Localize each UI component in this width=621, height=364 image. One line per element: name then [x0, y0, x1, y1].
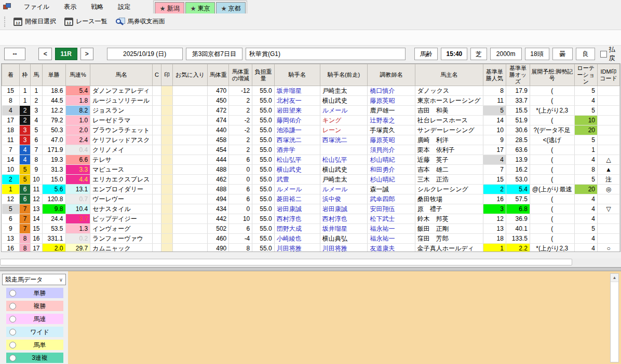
entries-cell: 36.9: [506, 214, 530, 224]
entries-column-header[interactable]: ローテーション: [574, 64, 597, 86]
entries-row[interactable]: 81244.51.8ルージュソリテール450255.0北村友一横山武史藤原英昭東…: [2, 96, 620, 106]
data-category-select[interactable]: 競走馬データ ∨: [2, 274, 66, 285]
entries-cell: 3: [31, 106, 42, 116]
entries-cell: [153, 155, 161, 165]
entries-cell: 19.3: [42, 155, 65, 165]
entries-row[interactable]: 168172.029.7カムニャック490855.0川田将雅川田将雅友道康夫金子…: [2, 244, 620, 253]
race-date-box[interactable]: 2025/10/19 (日): [107, 48, 183, 60]
prev-race-button[interactable]: <: [38, 48, 51, 60]
bet-type-option[interactable]: 3連複: [6, 353, 63, 363]
entries-column-header[interactable]: 展開予想:脚勢記号: [530, 64, 574, 86]
entries-column-header[interactable]: 馬体重: [208, 64, 229, 86]
entries-column-header[interactable]: 基準単勝オッズ: [506, 64, 530, 86]
entries-row[interactable]: 971553.51.3インヴォーグ502655.0団野大成坂井瑠星福永祐一飯田 …: [2, 224, 620, 234]
entries-cell: 松下武士: [368, 214, 415, 224]
entries-column-header[interactable]: 調教師名: [368, 64, 415, 86]
bet-type-option[interactable]: 馬単: [6, 340, 63, 350]
bet-type-option[interactable]: 単勝: [6, 288, 63, 298]
bet-type-option[interactable]: 馬連: [6, 314, 63, 324]
entries-column-header[interactable]: IDM印コード: [598, 64, 620, 86]
panel-splitter[interactable]: [0, 267, 621, 271]
track-button-kyoto[interactable]: ★京都: [216, 2, 246, 15]
entries-cell: 1.0: [65, 116, 90, 125]
entries-row[interactable]: 16115.613.1エンブロイダリー488655.0ルメールルメール森一誠シル…: [2, 185, 620, 194]
menu-file[interactable]: ファイル: [17, 1, 57, 13]
entries-column-header[interactable]: 馬: [31, 64, 42, 86]
entries-cell: -12: [229, 86, 252, 96]
entries-cell: 鈴木 邦英: [415, 214, 483, 224]
entries-cell: ルージュソリテール: [90, 96, 153, 106]
track-button-niigata[interactable]: ★新潟: [155, 2, 184, 15]
entries-cell: サンデーレーシング: [415, 125, 483, 135]
race-list-button[interactable]: 12 レース一覧: [62, 16, 112, 27]
entries-column-header[interactable]: 馬体重の増減: [229, 64, 252, 86]
entries-row[interactable]: 42312.28.2ジョスラン472255.0岩田望来ルメール鹿戸雄一吉田 和美…: [2, 106, 620, 116]
entries-column-header[interactable]: 単勝: [42, 64, 65, 86]
entries-cell: 三木 正浩: [415, 175, 483, 185]
entries-column-header[interactable]: 負担重量: [252, 64, 274, 86]
menu-settings[interactable]: 設定: [111, 1, 138, 13]
entries-column-header[interactable]: 枠: [20, 64, 31, 86]
entries-cell: カムニャック: [90, 244, 153, 253]
menu-view[interactable]: 表示: [57, 1, 84, 13]
entries-cell: 横山武史: [274, 165, 320, 175]
entries-cell: [598, 86, 620, 96]
entries-row[interactable]: 172479.21.0レーゼドラマ474-255.0藤岡佑介キング辻野泰之社台レ…: [2, 116, 620, 125]
entries-cell: 13.9: [506, 155, 530, 165]
entries-row[interactable]: 183550.32.0ブラウンラチェット440-255.0池添謙一レーン手塚貴久…: [2, 125, 620, 135]
entries-row[interactable]: 251015.04.4エリカエクスプレス462055.0武豊戸崎圭太杉山晴紀三木…: [2, 175, 620, 185]
track-button-tokyo[interactable]: ★東京: [185, 2, 215, 15]
entries-column-header[interactable]: C: [153, 64, 161, 86]
bet-type-option[interactable]: ワイド: [6, 327, 63, 337]
entries-row[interactable]: 113647.02.4ケリフレッドアスク458255.0西塚洸二西塚洸二藤原英昭…: [2, 135, 620, 145]
radio-icon[interactable]: [9, 316, 16, 323]
entries-cell: 友道康夫: [368, 244, 415, 253]
horizontal-scrollbar[interactable]: [0, 258, 621, 266]
payout-checkbox[interactable]: [600, 51, 607, 58]
entries-cell: 戸崎圭太: [320, 86, 368, 96]
radio-icon[interactable]: [9, 290, 16, 297]
scroll-up-icon[interactable]: ▲: [611, 274, 618, 282]
radio-icon[interactable]: [9, 303, 16, 310]
entries-column-header[interactable]: 馬主名: [415, 64, 483, 86]
entries-cell: 武豊: [274, 175, 320, 185]
entries-cell: 0.7: [65, 194, 90, 204]
entries-column-header[interactable]: 馬連%: [65, 64, 90, 86]
entries-cell: 川田将雅: [274, 244, 320, 253]
open-day-select-button[interactable]: 12 開催日選択: [11, 16, 60, 27]
entries-row[interactable]: 671424.43.7ビップデイジー4421055.0西村淳也西村淳也松下武士鈴…: [2, 214, 620, 224]
entries-row[interactable]: 13816331.10.2ランフォーヴァウ460-455.0小崎綾也横山典弘福永…: [2, 234, 620, 244]
next-race-button[interactable]: >: [80, 48, 93, 60]
entries-row[interactable]: 105931.33.3マピュース488055.0横山武史横山武史和田勇介吉本 雄…: [2, 165, 620, 175]
entries-grid: 着枠馬単勝馬連%馬名C印お気に入り馬体重馬体重の増減負担重量騎手名騎手名(前走)…: [1, 63, 620, 252]
dash-button[interactable]: --: [4, 48, 25, 60]
entries-cell: ケリフレッドアスク: [90, 135, 153, 145]
ticket-balance-button[interactable]: 馬券収支画面: [114, 16, 169, 27]
entries-row[interactable]: 151118.65.4ダノンフェアレディ470-1255.0坂井瑠星戸崎圭太橋口…: [2, 86, 620, 96]
entries-cell: 15.5: [506, 106, 530, 116]
entries-column-header[interactable]: 印: [161, 64, 173, 86]
vertical-scrollbar[interactable]: ▲: [610, 273, 619, 362]
radio-icon[interactable]: [9, 342, 16, 348]
scrollbar-thumb[interactable]: [0, 259, 572, 265]
distance-label: 2000m: [490, 48, 522, 60]
entries-column-header[interactable]: 馬名: [90, 64, 153, 86]
entries-row[interactable]: 12612120.80.7ヴーレヴー494655.0菱田裕二浜中俊武幸四郎桑田牧…: [2, 194, 620, 204]
menu-strategy[interactable]: 戦略: [84, 1, 111, 13]
radio-icon[interactable]: [9, 355, 16, 361]
entries-cell: 4: [31, 116, 42, 125]
entries-cell: ▲: [598, 165, 620, 175]
entries-column-header[interactable]: 騎手名(前走): [320, 64, 368, 86]
entries-column-header[interactable]: 騎手名: [274, 64, 320, 86]
entries-column-header[interactable]: 基準単勝人気: [483, 64, 506, 86]
blank-strip: [0, 30, 621, 46]
radio-icon[interactable]: [9, 329, 16, 335]
entries-row[interactable]: 747171.90.4クリノメイ454255.0酒井学須貝尚介栗本 依利子176…: [2, 145, 620, 155]
bet-type-option[interactable]: 複勝: [6, 301, 63, 311]
entries-cell: [161, 145, 173, 155]
entries-column-header[interactable]: 着: [2, 64, 20, 86]
entries-cell: (: [530, 175, 574, 185]
entries-column-header[interactable]: お気に入り: [172, 64, 207, 86]
entries-row[interactable]: 57139.810.4セナスタイル434055.0岩田康誠岩田康誠安田翔伍原 禮…: [2, 204, 620, 214]
entries-row[interactable]: 144819.36.6テレサ444655.0松山弘平松山弘平杉山晴紀近藤 英子4…: [2, 155, 620, 165]
